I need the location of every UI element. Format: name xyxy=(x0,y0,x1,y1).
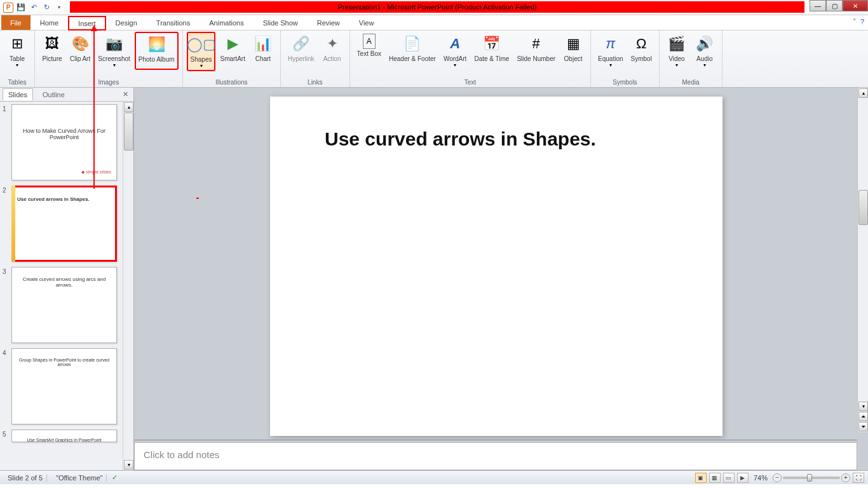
object-icon: ▦ xyxy=(563,34,583,54)
help-icon[interactable]: ? xyxy=(860,18,864,26)
tab-file[interactable]: File xyxy=(1,15,31,30)
slide-title-text[interactable]: Use curved arrows in Shapes. xyxy=(325,128,596,150)
action-icon: ✦ xyxy=(322,34,342,54)
shapes-button[interactable]: ◯▢Shapes▾ xyxy=(187,32,216,71)
window-title: Presentation1 - Microsoft PowerPoint (Pr… xyxy=(70,1,804,13)
group-text-label: Text xyxy=(354,78,587,87)
current-slide[interactable]: Use curved arrows in Shapes. xyxy=(270,97,722,436)
ribbon: ⊞ Table▾ Tables 🖼Picture 🎨Clip Art 📷Scre… xyxy=(0,30,868,88)
status-slide-info: Slide 2 of 5 xyxy=(4,474,47,482)
hyperlink-icon: 🔗 xyxy=(291,34,311,54)
status-bar: Slide 2 of 5 "Office Theme" ✓ ▣ ▦ ▭ ▶ 74… xyxy=(0,470,868,484)
notes-pane[interactable]: Click to add notes xyxy=(134,442,857,470)
zoom-slider-track[interactable] xyxy=(783,477,840,479)
tab-view[interactable]: View xyxy=(349,15,384,30)
screenshot-button[interactable]: 📷Screenshot▾ xyxy=(95,32,133,70)
table-button[interactable]: ⊞ Table▾ xyxy=(4,32,31,70)
tab-home[interactable]: Home xyxy=(31,15,68,30)
thumb-num: 4 xyxy=(3,348,11,424)
next-slide-icon[interactable]: ⏷ xyxy=(858,422,868,431)
save-icon[interactable]: 💾 xyxy=(15,2,27,13)
tab-design[interactable]: Design xyxy=(106,15,147,30)
thumb-num: 3 xyxy=(3,267,11,343)
textbox-icon: A xyxy=(363,34,376,49)
slide-thumbnail-4[interactable]: Group Shapes in PowerPoint to create cur… xyxy=(11,348,117,424)
slideshow-view-icon[interactable]: ▶ xyxy=(737,473,749,483)
smartart-button[interactable]: ▶SmartArt xyxy=(217,32,248,71)
clipart-icon: 🎨 xyxy=(70,34,90,54)
reading-view-icon[interactable]: ▭ xyxy=(723,473,735,483)
clipart-button[interactable]: 🎨Clip Art xyxy=(67,32,93,70)
scroll-thumb[interactable] xyxy=(858,190,868,225)
slide-thumbnail-2[interactable]: Use curved arrows in Shapes. xyxy=(11,186,117,262)
scroll-up-icon[interactable]: ▴ xyxy=(858,88,868,98)
panel-tab-slides[interactable]: Slides xyxy=(3,88,33,100)
headerfooter-button[interactable]: 📄Header & Footer xyxy=(386,32,439,70)
audio-button[interactable]: 🔊Audio▾ xyxy=(691,32,718,70)
photoalbum-button[interactable]: 🌅Photo Album xyxy=(135,32,179,70)
maximize-button[interactable]: ▢ xyxy=(826,0,843,11)
undo-icon[interactable]: ↶ xyxy=(28,2,39,13)
tab-animations[interactable]: Animations xyxy=(200,15,253,30)
annotation-arrow xyxy=(93,30,95,189)
slide-thumbnail-5[interactable]: Use SmartArt Graphics in PowerPoint xyxy=(11,430,117,442)
picture-icon: 🖼 xyxy=(42,34,62,54)
minimize-ribbon-icon[interactable]: ˄ xyxy=(853,18,857,26)
equation-button[interactable]: πEquation▾ xyxy=(595,32,626,70)
group-links-label: Links xyxy=(285,78,346,87)
ribbon-tabs: File Home Insert Design Transitions Anim… xyxy=(0,15,868,30)
photoalbum-icon: 🌅 xyxy=(146,34,166,55)
datetime-icon: 📅 xyxy=(482,34,502,54)
slide-canvas-area: Use curved arrows in Shapes. ▴ ▾ ⏶ ⏷ Cli… xyxy=(134,88,868,470)
scroll-thumb[interactable] xyxy=(124,112,133,151)
group-images-label: Images xyxy=(39,78,179,87)
slide-thumbnail-1[interactable]: How to Make Curved Arrows For PowerPoint… xyxy=(11,104,117,180)
vertical-scrollbar[interactable]: ▴ ▾ ⏶ ⏷ xyxy=(857,88,868,432)
thumbs-scrollbar[interactable]: ▴ ▾ xyxy=(123,102,133,470)
symbol-icon: Ω xyxy=(631,34,651,54)
wordart-icon: A xyxy=(445,34,465,54)
video-button[interactable]: 🎬Video▾ xyxy=(663,32,690,70)
redo-icon[interactable]: ↻ xyxy=(41,2,52,13)
tab-transitions[interactable]: Transitions xyxy=(147,15,200,30)
tab-review[interactable]: Review xyxy=(308,15,349,30)
app-icon: P xyxy=(3,2,14,13)
symbol-button[interactable]: ΩSymbol xyxy=(628,32,655,70)
slide-thumbnail-3[interactable]: Create curved arrows using arcs and arro… xyxy=(11,267,117,343)
sorter-view-icon[interactable]: ▦ xyxy=(709,473,721,483)
status-theme: "Office Theme" xyxy=(52,474,107,482)
scroll-down-icon[interactable]: ▾ xyxy=(124,460,133,470)
thumb-num: 5 xyxy=(3,430,11,442)
close-button[interactable]: ✕ xyxy=(843,0,868,11)
slides-panel: Slides Outline ✕ 1 How to Make Curved Ar… xyxy=(0,88,134,470)
title-bar: P 💾 ↶ ↻ ▾ Presentation1 - Microsoft Powe… xyxy=(0,0,868,15)
hyperlink-button: 🔗Hyperlink xyxy=(285,32,318,64)
zoom-in-button[interactable]: + xyxy=(841,473,850,482)
tab-insert[interactable]: Insert xyxy=(68,16,106,30)
chart-icon: 📊 xyxy=(253,34,273,54)
panel-tab-outline[interactable]: Outline xyxy=(37,88,71,100)
fit-to-window-icon[interactable]: ⛶ xyxy=(853,473,864,483)
zoom-out-button[interactable]: − xyxy=(773,473,782,482)
annotation-dot xyxy=(196,198,199,199)
slidenumber-button[interactable]: #Slide Number xyxy=(513,32,559,70)
prev-slide-icon[interactable]: ⏶ xyxy=(858,412,868,421)
table-icon: ⊞ xyxy=(7,34,27,54)
qat-dropdown-icon[interactable]: ▾ xyxy=(53,2,65,13)
chart-button[interactable]: 📊Chart xyxy=(250,32,276,71)
object-button[interactable]: ▦Object xyxy=(560,32,587,70)
picture-button[interactable]: 🖼Picture xyxy=(39,32,65,70)
normal-view-icon[interactable]: ▣ xyxy=(695,473,707,483)
scroll-up-icon[interactable]: ▴ xyxy=(124,102,133,112)
datetime-button[interactable]: 📅Date & Time xyxy=(471,32,512,70)
tab-slideshow[interactable]: Slide Show xyxy=(254,15,308,30)
smartart-icon: ▶ xyxy=(222,34,243,54)
screenshot-icon: 📷 xyxy=(104,34,125,54)
textbox-button[interactable]: AText Box xyxy=(354,32,384,70)
spellcheck-icon[interactable]: ✓ xyxy=(112,473,118,482)
panel-close-icon[interactable]: ✕ xyxy=(123,90,131,98)
zoom-slider-handle[interactable] xyxy=(807,474,812,482)
wordart-button[interactable]: AWordArt▾ xyxy=(440,32,470,70)
minimize-button[interactable]: — xyxy=(810,0,826,11)
scroll-down-icon[interactable]: ▾ xyxy=(858,402,868,411)
